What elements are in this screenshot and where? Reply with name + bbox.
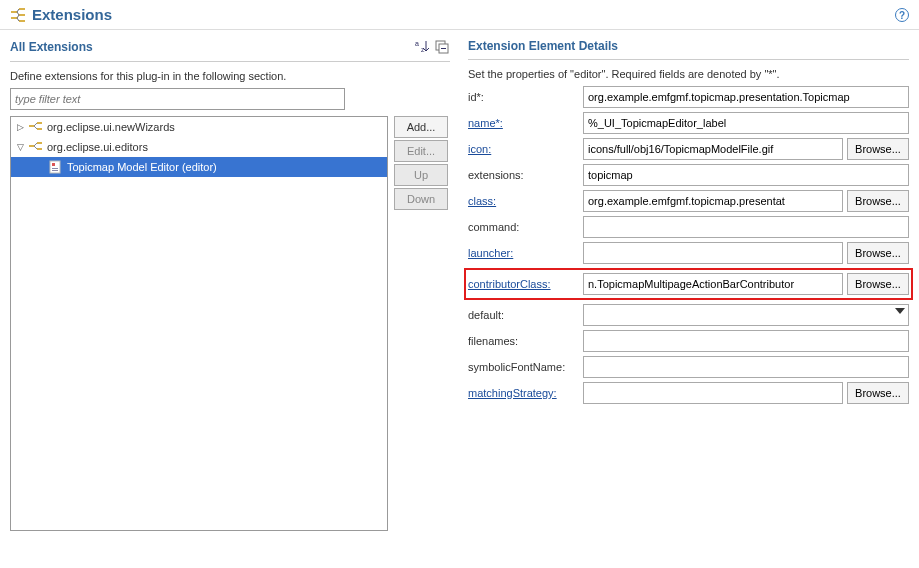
browse-icon-button[interactable]: Browse...	[847, 138, 909, 160]
add-button[interactable]: Add...	[394, 116, 448, 138]
input-filenames[interactable]	[583, 330, 909, 352]
tree-node-selected[interactable]: Topicmap Model Editor (editor)	[11, 157, 387, 177]
svg-rect-18	[52, 168, 58, 169]
tree-node[interactable]: ▷ org.eclipse.ui.newWizards	[11, 117, 387, 137]
filter-input[interactable]	[10, 88, 345, 110]
tree-node-label: org.eclipse.ui.newWizards	[47, 121, 175, 133]
up-button: Up	[394, 164, 448, 186]
label-command: command:	[468, 221, 583, 233]
label-icon[interactable]: icon:	[468, 143, 583, 155]
expand-icon[interactable]: ▷	[13, 120, 27, 134]
label-name[interactable]: name*:	[468, 117, 583, 129]
input-icon[interactable]	[583, 138, 843, 160]
browse-matching-strategy-button[interactable]: Browse...	[847, 382, 909, 404]
browse-launcher-button[interactable]: Browse...	[847, 242, 909, 264]
editor-header: Extensions ?	[0, 0, 919, 30]
editor-element-icon	[49, 160, 63, 174]
element-details-section: Extension Element Details Set the proper…	[460, 36, 909, 531]
svg-rect-14	[37, 142, 42, 144]
select-default[interactable]	[583, 304, 909, 326]
label-id: id*:	[468, 91, 583, 103]
input-class[interactable]	[583, 190, 843, 212]
input-command[interactable]	[583, 216, 909, 238]
extensions-tree[interactable]: ▷ org.eclipse.ui.newWizards ▽	[10, 116, 388, 531]
input-extensions[interactable]	[583, 164, 909, 186]
svg-rect-13	[29, 145, 34, 147]
label-launcher[interactable]: launcher:	[468, 247, 583, 259]
svg-rect-10	[29, 125, 34, 127]
svg-rect-12	[37, 128, 42, 130]
tree-node[interactable]: ▽ org.eclipse.ui.editors	[11, 137, 387, 157]
page-title: Extensions	[32, 6, 895, 23]
input-contributor-class[interactable]	[583, 273, 843, 295]
svg-rect-4	[19, 20, 25, 22]
all-extensions-title: All Extensions	[10, 40, 414, 54]
svg-rect-1	[11, 17, 17, 19]
label-symbolic-font-name: symbolicFontName:	[468, 361, 583, 373]
input-name[interactable]	[583, 112, 909, 134]
highlighted-field-contributor-class: contributorClass: Browse...	[464, 268, 913, 300]
input-launcher[interactable]	[583, 242, 843, 264]
extension-point-icon	[29, 120, 43, 134]
label-default: default:	[468, 309, 583, 321]
label-filenames: filenames:	[468, 335, 583, 347]
tree-node-label: org.eclipse.ui.editors	[47, 141, 148, 153]
label-extensions: extensions:	[468, 169, 583, 181]
svg-text:a: a	[415, 40, 419, 47]
label-matching-strategy[interactable]: matchingStrategy:	[468, 387, 583, 399]
svg-rect-17	[52, 163, 55, 166]
svg-rect-2	[19, 8, 25, 10]
label-class[interactable]: class:	[468, 195, 583, 207]
browse-class-button[interactable]: Browse...	[847, 190, 909, 212]
extension-point-icon	[29, 140, 43, 154]
label-contributor-class[interactable]: contributorClass:	[468, 278, 583, 290]
svg-rect-0	[11, 11, 17, 13]
extensions-icon	[10, 7, 26, 23]
input-id[interactable]	[583, 86, 909, 108]
collapse-icon[interactable]: ▽	[13, 140, 27, 154]
browse-contributor-class-button[interactable]: Browse...	[847, 273, 909, 295]
all-extensions-desc: Define extensions for this plug-in in th…	[10, 62, 450, 88]
tree-node-label: Topicmap Model Editor (editor)	[67, 161, 217, 173]
element-details-desc: Set the properties of "editor". Required…	[468, 60, 909, 86]
input-matching-strategy[interactable]	[583, 382, 843, 404]
down-button: Down	[394, 188, 448, 210]
edit-button: Edit...	[394, 140, 448, 162]
help-icon[interactable]: ?	[895, 8, 909, 22]
input-symbolic-font-name[interactable]	[583, 356, 909, 378]
svg-rect-11	[37, 122, 42, 124]
svg-rect-15	[37, 148, 42, 150]
svg-rect-16	[50, 161, 60, 173]
element-details-title: Extension Element Details	[468, 39, 909, 53]
all-extensions-section: All Extensions a z De	[10, 36, 460, 531]
svg-rect-3	[19, 14, 25, 16]
svg-rect-19	[52, 170, 58, 171]
sort-alpha-icon[interactable]: a z	[414, 39, 430, 55]
collapse-all-icon[interactable]	[434, 39, 450, 55]
